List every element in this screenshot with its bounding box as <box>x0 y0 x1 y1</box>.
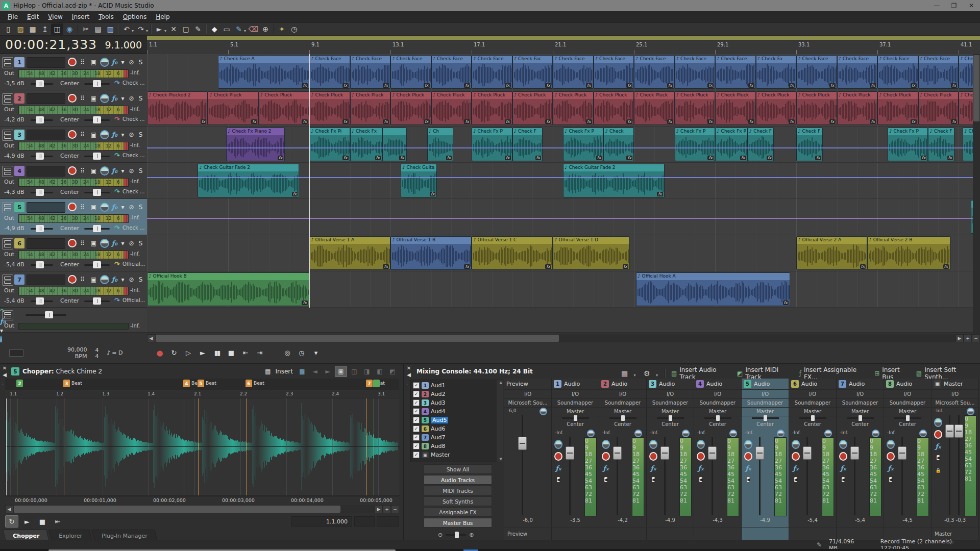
event-fx-badge[interactable]: fx <box>342 119 349 124</box>
strip-io-button[interactable]: I/O <box>647 390 694 399</box>
track-menu-icon[interactable] <box>2 130 13 141</box>
channel-list-item[interactable]: ✓4Aud4 <box>413 407 495 416</box>
pan-slider-handle[interactable] <box>93 80 101 87</box>
track-name-field[interactable] <box>27 130 65 140</box>
track-lane-2[interactable]: ♪ Check Plucked 2fx♪ Check Pluckfx♪ Chec… <box>147 90 980 127</box>
event-fx-badge[interactable]: fx <box>535 156 542 160</box>
phase-invert-icon[interactable] <box>839 440 847 448</box>
metronome-button[interactable]: ◎ <box>281 347 294 359</box>
event-fx-badge[interactable]: fx <box>911 83 917 88</box>
shift-right-icon[interactable]: ◩ <box>387 366 398 377</box>
fader-handle[interactable] <box>945 424 954 438</box>
audio-event[interactable]: ♪ Check Pluckfx <box>675 91 716 125</box>
automation-curve-icon[interactable]: ↷ <box>114 79 120 87</box>
project-key[interactable]: ♪= D <box>107 349 122 356</box>
record-arm-button[interactable] <box>934 430 942 438</box>
automation-envelope-line[interactable] <box>147 147 980 148</box>
solo-button[interactable]: S <box>136 166 145 176</box>
phase-invert-icon[interactable] <box>602 440 610 448</box>
channel-checkbox[interactable]: ✓ <box>413 443 420 449</box>
fader-handle[interactable] <box>566 446 574 460</box>
event-fx-badge[interactable]: fx <box>707 83 714 88</box>
strip-io-button[interactable]: I/O <box>837 390 884 399</box>
chopper-marker-flag[interactable]: 6 <box>246 380 252 387</box>
event-fx-badge[interactable]: fx <box>302 83 308 88</box>
event-fx-badge[interactable]: fx <box>545 119 551 124</box>
dropdown-arrow-icon[interactable]: ▾ <box>633 373 635 378</box>
record-arm-button[interactable] <box>67 274 77 284</box>
audio-event[interactable]: ♪ Check Pluckfx <box>390 91 431 125</box>
phase-invert-icon[interactable] <box>100 202 109 212</box>
audio-event[interactable]: ♪ Check Guitar Fade 2fx <box>563 164 665 197</box>
title-bar[interactable]: A HipHop - Official.acd-zip * - ACID Mus… <box>0 0 980 11</box>
event-fx-badge[interactable]: fx <box>783 300 789 305</box>
audio-event[interactable]: ♪ Official Verse 1 Afx <box>309 236 390 270</box>
menu-view[interactable]: View <box>43 12 67 22</box>
record-arm-button[interactable] <box>67 202 77 212</box>
audio-event[interactable]: ♪ Check Fx Pfx <box>675 128 716 161</box>
strip-device-selector[interactable]: Soundmapper <box>742 398 789 408</box>
input-monitor-icon[interactable]: ◀ <box>602 475 610 484</box>
master-volume-handle[interactable] <box>45 311 53 318</box>
audio-event[interactable]: ♪ Check Ffx <box>796 128 823 161</box>
pause-button[interactable]: ▮▮ <box>210 347 224 359</box>
dropdown-arrow-icon[interactable]: ▾ <box>656 373 658 378</box>
play-button[interactable]: ► <box>196 347 209 359</box>
phase-invert-icon[interactable] <box>100 274 109 284</box>
double-selection-icon[interactable]: ◨ <box>361 366 373 377</box>
channel-checkbox[interactable]: ✓ <box>413 425 420 432</box>
phase-invert-icon[interactable] <box>100 166 109 176</box>
close-panel-button[interactable]: ✕ <box>1 365 8 371</box>
input-monitor-icon[interactable]: ◀ <box>554 475 562 484</box>
event-fx-badge[interactable]: fx <box>302 300 308 305</box>
zoom-slider-handle[interactable] <box>455 532 459 538</box>
event-fx-badge[interactable]: fx <box>951 119 957 124</box>
strip-pan-slider[interactable] <box>609 417 636 419</box>
track-lane-6[interactable]: ♪ Official Verse 1 Afx♪ Official Verse 1… <box>147 235 980 271</box>
record-arm-button[interactable] <box>744 452 752 460</box>
strip-pan-slider[interactable] <box>752 417 779 419</box>
menu-tools[interactable]: Tools <box>94 12 118 22</box>
automation-curve-icon[interactable]: ↷ <box>114 296 120 304</box>
track-name-field[interactable] <box>27 238 65 249</box>
move-left-icon[interactable]: ◄ <box>309 366 321 377</box>
strip-device-selector[interactable]: Microsoft Sou... <box>932 398 978 408</box>
event-fx-badge[interactable]: fx <box>657 192 663 196</box>
pan-slider[interactable] <box>84 119 110 121</box>
audio-event[interactable]: ♪ Check Fx Pfx <box>888 128 928 161</box>
pan-slider[interactable] <box>84 83 110 85</box>
chopper-marker-flag[interactable]: 5 <box>198 380 204 387</box>
event-fx-badge[interactable]: fx <box>707 156 714 160</box>
event-fx-badge[interactable]: fx <box>292 192 298 196</box>
fader-handle[interactable] <box>803 446 812 460</box>
filter-audio-tracks[interactable]: Audio Tracks <box>424 475 492 485</box>
audio-event[interactable]: ♪ Official Verse 1 Dfx <box>553 236 630 270</box>
event-fx-badge[interactable]: fx <box>464 83 470 88</box>
audio-event[interactable]: ♪ Official Verse 2 Afx <box>796 236 867 270</box>
event-fx-badge[interactable]: fx <box>623 264 629 269</box>
track-name-field[interactable] <box>27 93 65 104</box>
audio-event[interactable]: ♪ Check Pluckfx <box>918 91 959 125</box>
stop-button[interactable]: ■ <box>225 347 238 359</box>
event-fx-badge[interactable]: fx <box>789 119 795 124</box>
track-motion-icon[interactable]: ⠿ <box>78 130 87 139</box>
volume-fader[interactable] <box>31 228 53 230</box>
solo-button[interactable]: S <box>136 202 145 212</box>
solo-button[interactable]: S <box>136 93 145 103</box>
solo-button[interactable]: S <box>136 57 145 67</box>
strip-device-selector[interactable]: Microsoft Sou... <box>504 398 551 408</box>
input-monitor-icon[interactable]: ◀ <box>649 475 657 484</box>
go-to-end-button[interactable]: ⇥ <box>253 347 266 359</box>
zoom-out-icon[interactable]: ⊖ <box>438 532 443 538</box>
audio-event[interactable]: ♪ Check Pluckfx <box>259 91 309 125</box>
channel-list-item[interactable]: ✓3Aud3 <box>413 398 495 407</box>
input-monitor-icon[interactable]: ◀ <box>792 475 800 484</box>
event-fx-badge[interactable]: fx <box>251 119 257 124</box>
pan-slider-handle[interactable] <box>93 297 101 305</box>
channel-list-item[interactable]: ✓1Aud1 <box>413 381 495 390</box>
track-fx-icon[interactable]: ƒₓ <box>649 464 657 472</box>
event-fx-badge[interactable]: fx <box>748 83 754 88</box>
audio-event[interactable]: ♪ Official Hook Bfx <box>147 272 309 306</box>
save-icon[interactable]: ▦ <box>27 23 39 35</box>
event-fx-badge[interactable]: fx <box>464 264 470 269</box>
